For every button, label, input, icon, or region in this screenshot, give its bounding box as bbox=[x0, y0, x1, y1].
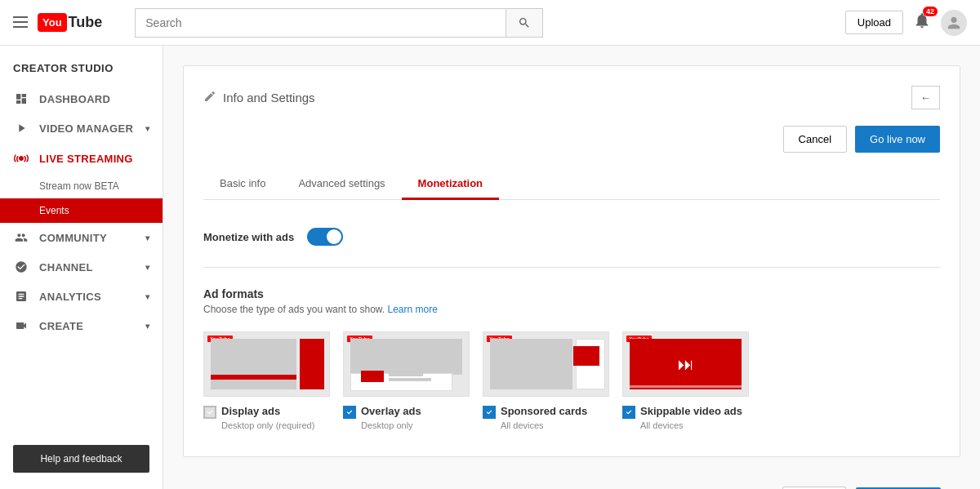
preview-main-block bbox=[211, 339, 296, 389]
sidebar-label-channel: CHANNEL bbox=[39, 261, 93, 273]
skippable-ads-name: Skippable video ads bbox=[640, 405, 742, 417]
ad-card-skippable: YouTube ⏭ Skippable video ads bbox=[622, 331, 749, 430]
ad-card-display: YouTube Display ads Desktop bbox=[203, 331, 330, 430]
sidebar-label-dashboard: DASHBOARD bbox=[39, 93, 110, 105]
live-streaming-icon bbox=[13, 151, 29, 166]
ad-card-sponsored: YouTube Sponsored cards Al bbox=[483, 331, 609, 430]
ad-formats-subtitle: Choose the type of ads you want to show.… bbox=[203, 304, 940, 315]
youtube-logo[interactable]: You Tube bbox=[38, 13, 102, 32]
preview-side-block bbox=[300, 339, 324, 389]
sidebar-item-create[interactable]: CREATE ▾ bbox=[0, 311, 163, 340]
hamburger-icon[interactable] bbox=[13, 13, 28, 32]
sidebar-title: CREATOR STUDIO bbox=[0, 46, 163, 84]
divider bbox=[203, 267, 940, 268]
sidebar-label-analytics: ANALYTICS bbox=[39, 291, 101, 303]
skippable-ads-label-row: Skippable video ads bbox=[622, 405, 749, 419]
create-arrow: ▾ bbox=[145, 322, 149, 331]
monetize-label: Monetize with ads bbox=[203, 231, 294, 243]
ad-formats-title: Ad formats bbox=[203, 287, 940, 300]
tabs: Basic info Advanced settings Monetizatio… bbox=[203, 169, 940, 200]
video-manager-icon bbox=[13, 122, 29, 135]
tab-basic-info[interactable]: Basic info bbox=[203, 169, 282, 200]
beta-badge: BETA bbox=[94, 180, 118, 192]
content-card: Info and Settings ← Cancel Go live now B… bbox=[183, 65, 960, 457]
monetize-row: Monetize with ads bbox=[203, 220, 940, 254]
sidebar: CREATOR STUDIO DASHBOARD VIDEO MANAGER ▾… bbox=[0, 46, 163, 489]
save-bar: Some changes are not yet saved. Cancel G… bbox=[183, 473, 960, 489]
community-arrow: ▾ bbox=[145, 233, 149, 242]
overlay-preview-lines2 bbox=[389, 373, 423, 376]
sidebar-item-community[interactable]: COMMUNITY ▾ bbox=[0, 223, 163, 252]
svg-rect-2 bbox=[13, 26, 28, 28]
stream-now-label: Stream now bbox=[39, 180, 91, 192]
pencil-icon bbox=[203, 90, 216, 105]
overlay-preview-main bbox=[350, 339, 462, 375]
notification-icon[interactable]: 42 bbox=[913, 11, 931, 33]
yt-logo-icon: You bbox=[38, 13, 67, 32]
overlay-preview-red bbox=[361, 371, 384, 382]
overlay-preview-lines bbox=[389, 378, 431, 381]
top-cancel-button[interactable]: Cancel bbox=[783, 126, 847, 153]
search-button[interactable] bbox=[506, 8, 543, 38]
overlay-ads-preview: YouTube bbox=[343, 331, 470, 397]
sponsored-cards-name: Sponsored cards bbox=[501, 405, 587, 417]
overlay-ads-sub: Desktop only bbox=[361, 420, 470, 430]
layout: CREATOR STUDIO DASHBOARD VIDEO MANAGER ▾… bbox=[0, 46, 980, 489]
skippable-video-preview: YouTube ⏭ bbox=[622, 331, 749, 397]
create-icon bbox=[13, 319, 29, 332]
monetize-toggle[interactable] bbox=[307, 228, 343, 246]
notification-badge: 42 bbox=[923, 7, 938, 16]
display-ads-name: Display ads bbox=[221, 405, 280, 417]
sidebar-item-channel[interactable]: CHANNEL ▾ bbox=[0, 252, 163, 282]
channel-icon bbox=[13, 260, 29, 273]
skippable-preview-main: ⏭ bbox=[630, 339, 742, 389]
sidebar-item-video-manager[interactable]: VIDEO MANAGER ▾ bbox=[0, 113, 163, 143]
sidebar-label-video-manager: VIDEO MANAGER bbox=[39, 122, 133, 135]
sponsored-cards-label-row: Sponsored cards bbox=[483, 405, 609, 419]
skippable-ads-checkbox[interactable] bbox=[622, 406, 635, 419]
analytics-icon bbox=[13, 290, 29, 303]
tab-monetization[interactable]: Monetization bbox=[402, 169, 499, 200]
community-icon bbox=[13, 231, 29, 244]
sponsored-cards-preview: YouTube bbox=[483, 331, 609, 397]
channel-arrow: ▾ bbox=[145, 263, 149, 272]
tab-advanced-settings[interactable]: Advanced settings bbox=[282, 169, 401, 200]
upload-button[interactable]: Upload bbox=[845, 11, 903, 34]
overlay-ads-name: Overlay ads bbox=[361, 405, 421, 417]
ad-card-overlay: YouTube Overlay a bbox=[343, 331, 470, 430]
card-header-left: Info and Settings bbox=[203, 90, 315, 105]
svg-rect-0 bbox=[13, 16, 28, 18]
preview-bar2 bbox=[211, 384, 272, 388]
sidebar-item-stream-now[interactable]: Stream now BETA bbox=[0, 174, 163, 198]
sponsored-cards-sub: All devices bbox=[501, 420, 609, 430]
sidebar-label-live-streaming: LIVE STREAMING bbox=[39, 153, 133, 165]
sidebar-item-events[interactable]: Events bbox=[0, 198, 163, 223]
sponsored-preview-main bbox=[490, 339, 572, 389]
sponsored-preview-img bbox=[573, 346, 599, 366]
sidebar-label-community: COMMUNITY bbox=[39, 232, 107, 244]
sidebar-label-create: CREATE bbox=[39, 320, 83, 332]
main-content: Info and Settings ← Cancel Go live now B… bbox=[163, 46, 980, 489]
analytics-arrow: ▾ bbox=[145, 292, 149, 301]
help-feedback-button[interactable]: Help and feedback bbox=[13, 445, 149, 473]
ad-cards: YouTube Display ads Desktop bbox=[203, 331, 940, 430]
avatar[interactable] bbox=[941, 10, 967, 36]
learn-more-link[interactable]: Learn more bbox=[387, 304, 437, 315]
skippable-ads-sub: All devices bbox=[640, 420, 749, 430]
video-manager-arrow: ▾ bbox=[145, 124, 149, 133]
sponsored-cards-checkbox[interactable] bbox=[483, 406, 496, 419]
sidebar-item-analytics[interactable]: ANALYTICS ▾ bbox=[0, 282, 163, 311]
back-button[interactable]: ← bbox=[911, 86, 940, 109]
skippable-preview-bar bbox=[630, 385, 742, 388]
card-header: Info and Settings ← bbox=[203, 86, 940, 109]
overlay-ads-checkbox[interactable] bbox=[343, 406, 356, 419]
display-ads-sub: Desktop only (required) bbox=[221, 420, 330, 430]
sidebar-item-live-streaming[interactable]: LIVE STREAMING bbox=[0, 143, 163, 174]
display-ads-checkbox bbox=[203, 406, 216, 419]
top-go-live-button[interactable]: Go live now bbox=[855, 126, 940, 153]
sidebar-item-dashboard[interactable]: DASHBOARD bbox=[0, 84, 163, 113]
sponsored-preview-card bbox=[576, 339, 605, 389]
preview-bar1 bbox=[211, 375, 296, 380]
search-input[interactable] bbox=[135, 8, 506, 38]
yt-logo-text: Tube bbox=[69, 14, 103, 31]
